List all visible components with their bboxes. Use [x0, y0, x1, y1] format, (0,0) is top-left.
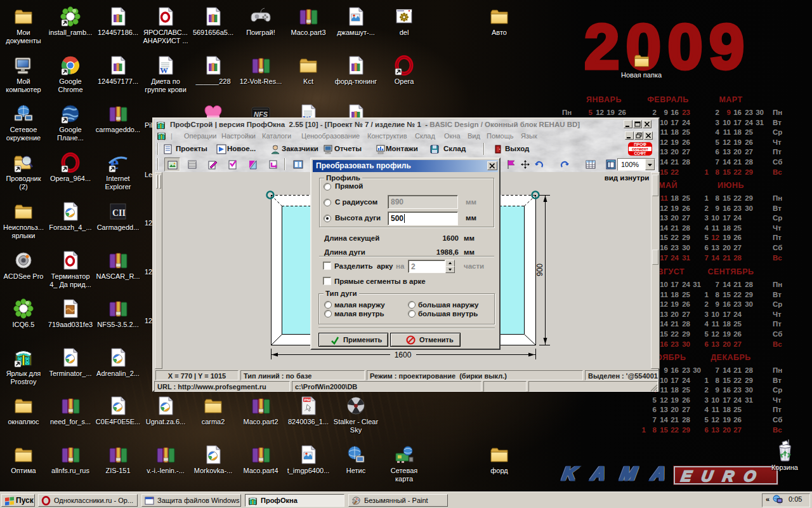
svg-text:900: 900: [535, 264, 544, 276]
svg-text:1600: 1600: [395, 351, 412, 359]
